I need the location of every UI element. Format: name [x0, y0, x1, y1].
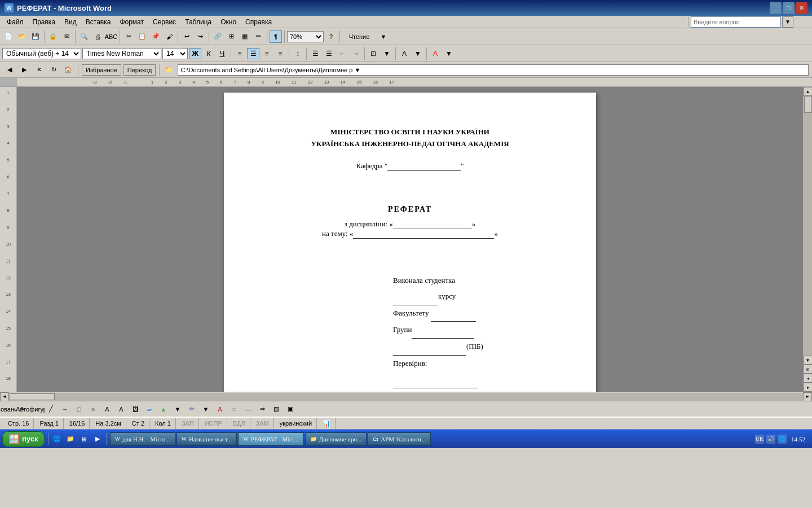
goto-button[interactable]: Переход — [123, 64, 156, 76]
show-hide-button[interactable]: ¶ — [270, 30, 282, 43]
ellipse-button[interactable]: ○ — [87, 403, 99, 415]
scroll-thumb[interactable] — [804, 96, 812, 113]
line-style-button[interactable]: — — [242, 403, 254, 415]
scroll-right-button[interactable]: ► — [803, 392, 812, 401]
taskbar-item-4[interactable]: 🗂 АРМ 'Каталоги... — [368, 432, 431, 446]
paste-button[interactable]: 📌 — [149, 30, 162, 43]
draw-menu-button[interactable]: Рисование▼ — [2, 403, 15, 415]
spelling-button[interactable]: ABC — [105, 30, 117, 43]
save-button[interactable]: 💾 — [29, 30, 42, 43]
drawing-button[interactable]: ✏ — [252, 30, 264, 43]
align-left-button[interactable]: ≡ — [233, 48, 246, 59]
font-color-arrow[interactable]: ▼ — [443, 48, 455, 59]
read-arrow-button[interactable]: ▼ — [377, 30, 390, 43]
maximize-button[interactable]: □ — [783, 2, 795, 14]
arrow-style-button[interactable]: ⇒ — [256, 403, 268, 415]
line-spacing-button[interactable]: ↕ — [292, 48, 304, 59]
zoom-select[interactable]: 70%50%75%100% — [287, 31, 324, 42]
vertical-scrollbar[interactable]: ▲ ▼ ⊙ ◂ ▸ — [803, 87, 812, 392]
highlight-button[interactable]: A — [398, 48, 411, 59]
quicklaunch-folder[interactable]: 📁 — [64, 433, 77, 445]
table-button[interactable]: ⊞ — [225, 30, 237, 43]
border-arrow[interactable]: ▼ — [381, 48, 393, 59]
underline-button[interactable]: Ч — [216, 48, 228, 59]
bold-button[interactable]: Ж — [189, 48, 201, 59]
shadow-button[interactable]: ▧ — [270, 403, 283, 415]
font-color-button[interactable]: A — [429, 48, 442, 59]
quicklaunch-ie[interactable]: 🌐 — [51, 433, 63, 445]
back-button[interactable]: ◀ — [3, 64, 16, 76]
menu-table[interactable]: Таблица — [180, 17, 216, 27]
copy-button[interactable]: 📋 — [136, 30, 148, 43]
align-center-button[interactable]: ☰ — [247, 48, 259, 59]
forward-button[interactable]: ▶ — [18, 64, 30, 76]
cut-button[interactable]: ✂ — [122, 30, 135, 43]
scroll-up-button[interactable]: ▲ — [804, 87, 813, 96]
line-color-arrow[interactable]: ▼ — [200, 403, 212, 415]
folder-button[interactable]: 📁 — [163, 64, 175, 76]
picture-button[interactable]: 🗻 — [143, 403, 156, 415]
format-painter[interactable]: 🖌 — [163, 30, 175, 43]
path-input[interactable] — [178, 64, 809, 76]
stop-button[interactable]: ✕ — [33, 64, 45, 76]
decrease-indent-button[interactable]: ← — [336, 48, 348, 59]
document-area[interactable]: МІНІСТЕРСТВО ОСВІТИ І НАУКИ УКРАЇНИ УКРА… — [17, 87, 803, 392]
redo-button[interactable]: ↪ — [194, 30, 206, 43]
email-button[interactable]: ✉ — [60, 30, 73, 43]
numbering-button[interactable]: ☰ — [323, 48, 335, 59]
menu-service[interactable]: Сервис — [148, 17, 180, 27]
taskbar-item-1[interactable]: W Название выст... — [176, 432, 237, 446]
hyperlink-button[interactable]: 🔗 — [211, 30, 224, 43]
menu-file[interactable]: Файл — [2, 17, 28, 27]
start-button[interactable]: 🪟 пуск — [2, 431, 45, 447]
tray-icon-2[interactable]: 🌐 — [778, 435, 787, 444]
rect-button[interactable]: □ — [73, 403, 85, 415]
line-button[interactable]: ╱ — [45, 403, 57, 415]
print-button[interactable]: 🖨 — [91, 30, 104, 43]
bullets-button[interactable]: ☰ — [309, 48, 321, 59]
menu-view[interactable]: Вид — [60, 17, 81, 27]
clock-display[interactable]: 14:52 — [789, 436, 807, 443]
minimize-button[interactable]: _ — [770, 2, 782, 14]
quicklaunch-show-desktop[interactable]: 🖥 — [78, 433, 90, 445]
align-justify-button[interactable]: ≡ — [274, 48, 286, 59]
scroll-track[interactable] — [804, 96, 812, 356]
taskbar-item-0[interactable]: W для Н.Н. - Micro... — [110, 432, 175, 446]
autoshapes-button[interactable]: Автофигуры▼ — [30, 403, 43, 415]
help-search-button[interactable]: ▼ — [782, 16, 793, 28]
taskbar-item-3[interactable]: 📁 Дипломне про... — [305, 432, 367, 446]
font-color2-button[interactable]: A — [214, 403, 226, 415]
line-color-button[interactable]: ✏ — [186, 403, 198, 415]
window-controls[interactable]: _ □ ✕ — [770, 2, 807, 14]
menu-format[interactable]: Формат — [115, 17, 148, 27]
h-scroll-track[interactable] — [9, 393, 803, 401]
highlight-arrow[interactable]: ▼ — [412, 48, 424, 59]
horizontal-scrollbar[interactable]: ◄ ► — [0, 392, 812, 401]
scroll-down-button[interactable]: ▼ — [804, 356, 813, 365]
textbox-button[interactable]: A — [101, 403, 113, 415]
new-button[interactable]: 📄 — [2, 30, 15, 43]
print-preview-button[interactable]: 🔍 — [78, 30, 90, 43]
menu-edit[interactable]: Правка — [28, 17, 60, 27]
scroll-left-button[interactable]: ◄ — [0, 392, 9, 401]
taskbar-item-2[interactable]: W РЕФЕРАТ - Micr... — [238, 432, 303, 446]
close-button[interactable]: ✕ — [796, 2, 807, 14]
menu-insert[interactable]: Вставка — [81, 17, 116, 27]
permission-button[interactable]: 🔒 — [47, 30, 59, 43]
arrow-button[interactable]: → — [59, 403, 71, 415]
help-button[interactable]: ? — [325, 30, 337, 43]
columns-button[interactable]: ▦ — [239, 30, 251, 43]
help-search-input[interactable] — [691, 16, 781, 28]
menu-window[interactable]: Окно — [216, 17, 241, 27]
read-button[interactable]: Чтение — [342, 30, 376, 43]
italic-button[interactable]: К — [202, 48, 215, 59]
3d-button[interactable]: ▣ — [284, 403, 297, 415]
tray-lang[interactable]: UK — [755, 435, 764, 444]
increase-indent-button[interactable]: → — [350, 48, 362, 59]
home-button[interactable]: 🏠 — [62, 64, 74, 76]
open-button[interactable]: 📂 — [16, 30, 28, 43]
outside-border-button[interactable]: ⊡ — [367, 48, 379, 59]
align-right-button[interactable]: ≡ — [261, 48, 273, 59]
font-size-select[interactable]: 14101216 — [162, 48, 188, 59]
next-page-button[interactable]: ▸ — [804, 383, 813, 392]
